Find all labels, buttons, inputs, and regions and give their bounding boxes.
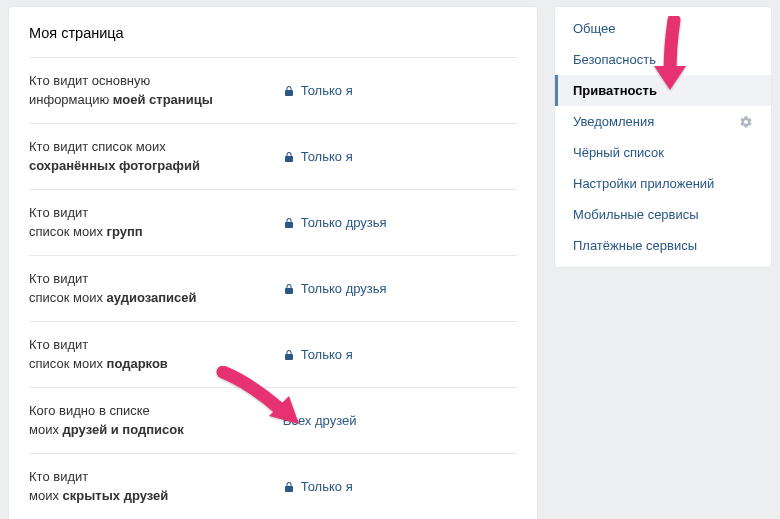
setting-value-text: Всех друзей: [283, 413, 357, 428]
sidebar-item[interactable]: Мобильные сервисы: [555, 199, 771, 230]
privacy-setting-row: Кто видитмоих скрытых друзейТолько я: [29, 453, 517, 519]
lock-icon: [283, 85, 295, 97]
settings-list: Кто видит основнуюинформацию моей страни…: [29, 57, 517, 519]
sidebar-item-label: Платёжные сервисы: [573, 238, 697, 253]
sidebar-item-label: Уведомления: [573, 114, 654, 129]
setting-value-dropdown[interactable]: Только я: [283, 347, 517, 362]
privacy-setting-row: Кто видитсписок моих подарковТолько я: [29, 321, 517, 387]
lock-icon: [283, 349, 295, 361]
setting-label: Кто видит основнуюинформацию моей страни…: [29, 72, 283, 110]
sidebar-item-label: Приватность: [573, 83, 657, 98]
setting-value-dropdown[interactable]: Только друзья: [283, 281, 517, 296]
page-title: Моя страница: [29, 7, 517, 57]
setting-value-dropdown[interactable]: Только друзья: [283, 215, 517, 230]
setting-value-text: Только я: [301, 149, 353, 164]
settings-nav-sidebar: ОбщееБезопасностьПриватностьУведомленияЧ…: [554, 6, 772, 268]
setting-value-text: Только друзья: [301, 215, 387, 230]
privacy-setting-row: Кто видитсписок моих группТолько друзья: [29, 189, 517, 255]
setting-label: Кто видитмоих скрытых друзей: [29, 468, 283, 506]
setting-value-text: Только я: [301, 83, 353, 98]
setting-label: Кто видитсписок моих аудиозаписей: [29, 270, 283, 308]
sidebar-item-label: Настройки приложений: [573, 176, 714, 191]
sidebar-item[interactable]: Чёрный список: [555, 137, 771, 168]
setting-value-dropdown[interactable]: Только я: [283, 83, 517, 98]
setting-label: Кого видно в спискемоих друзей и подписо…: [29, 402, 283, 440]
setting-value-dropdown[interactable]: Только я: [283, 149, 517, 164]
setting-value-text: Только я: [301, 347, 353, 362]
lock-icon: [283, 151, 295, 163]
lock-icon: [283, 481, 295, 493]
setting-value-dropdown[interactable]: Только я: [283, 479, 517, 494]
sidebar-item-label: Мобильные сервисы: [573, 207, 699, 222]
sidebar-item[interactable]: Платёжные сервисы: [555, 230, 771, 261]
privacy-settings-panel: Моя страница Кто видит основнуюинформаци…: [8, 6, 538, 519]
sidebar-item[interactable]: Приватность: [555, 75, 771, 106]
lock-icon: [283, 283, 295, 295]
setting-value-text: Только я: [301, 479, 353, 494]
setting-label: Кто видитсписок моих подарков: [29, 336, 283, 374]
privacy-setting-row: Кто видит список моихсохранённых фотогра…: [29, 123, 517, 189]
lock-icon: [283, 217, 295, 229]
privacy-setting-row: Кто видитсписок моих аудиозаписейТолько …: [29, 255, 517, 321]
sidebar-item-label: Общее: [573, 21, 616, 36]
sidebar-item-label: Безопасность: [573, 52, 656, 67]
setting-value-dropdown[interactable]: Всех друзей: [283, 413, 517, 428]
setting-label: Кто видитсписок моих групп: [29, 204, 283, 242]
sidebar-item-label: Чёрный список: [573, 145, 664, 160]
sidebar-item[interactable]: Безопасность: [555, 44, 771, 75]
sidebar-item[interactable]: Уведомления: [555, 106, 771, 137]
privacy-setting-row: Кого видно в спискемоих друзей и подписо…: [29, 387, 517, 453]
sidebar-item[interactable]: Настройки приложений: [555, 168, 771, 199]
privacy-setting-row: Кто видит основнуюинформацию моей страни…: [29, 57, 517, 123]
gear-icon[interactable]: [739, 115, 753, 129]
setting-label: Кто видит список моихсохранённых фотогра…: [29, 138, 283, 176]
setting-value-text: Только друзья: [301, 281, 387, 296]
sidebar-item[interactable]: Общее: [555, 13, 771, 44]
